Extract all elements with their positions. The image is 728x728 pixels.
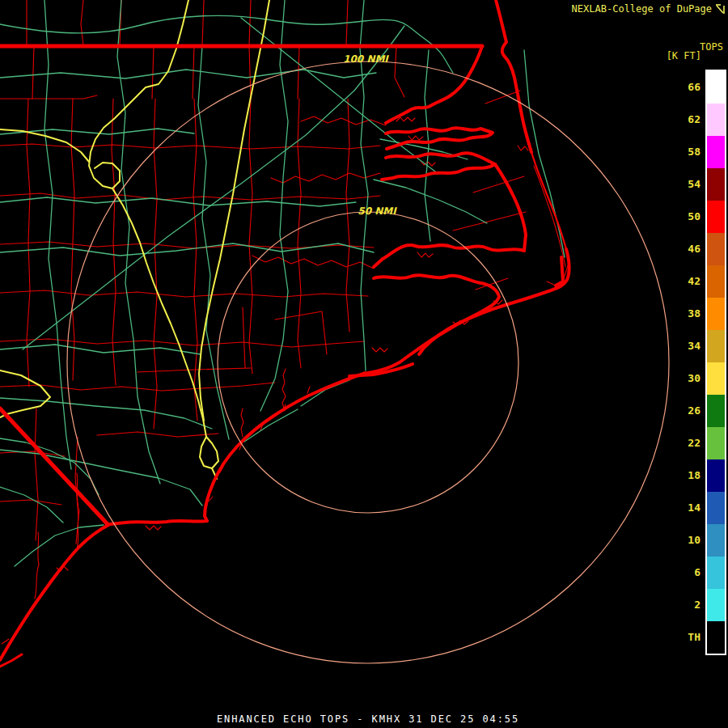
colorbar-label: 34 [662,330,700,362]
colorbar-label: 66 [662,71,700,104]
core-sound-shore [368,275,499,373]
southwest-coast [0,373,366,660]
pamlico-river-north-shore [386,153,495,164]
colorbar-segment [707,298,725,330]
colorbar-label: 18 [662,459,700,492]
interstate-road-lines [0,0,269,479]
colorbar-segment [707,233,725,265]
colorbar-segment [707,589,725,621]
colorbar-label: 50 [662,201,700,233]
colorbar-label: 2 [662,589,700,621]
colorbar-label: 42 [662,265,700,298]
range-ring-50nmi [218,212,518,513]
colorbar-segment [707,395,725,427]
product-caption: ENHANCED ECHO TOPS - KMHX 31 DEC 25 04:5… [217,713,519,725]
colorbar-label: 62 [662,104,700,136]
header-credit: NEXLAB-College of DuPage [572,3,726,15]
colorbar-segment [707,427,725,459]
colorbar-segment [707,136,725,168]
legend-title: TOPS [700,41,723,53]
colorbar-label: 26 [662,395,700,427]
range-rings [67,61,669,663]
colorbar-segment [707,621,725,654]
colorbar-segment [707,201,725,233]
radar-display: NEXLAB-College of DuPage TOPS [K FT] 66 … [0,0,728,728]
credit-text: NEXLAB-College of DuPage [572,3,712,15]
legend-units: [K FT] [667,50,701,61]
colorbar-segment [707,492,725,524]
base-map [0,0,728,728]
albemarle-shore [386,128,493,149]
colorbar [705,70,726,655]
colorbar-label: 22 [662,427,700,459]
colorbar-segment [707,362,725,395]
colorbar-label: 58 [662,136,700,168]
colorbar-label: 30 [662,362,700,395]
cod-logo-icon [715,3,726,15]
colorbar-segment [707,168,725,201]
river-and-marsh-lines [2,116,569,644]
cape-lookout [556,257,563,286]
colorbar-segment [707,459,725,492]
colorbar-segment [707,557,725,589]
colorbar-label: 6 [662,557,700,589]
colorbar-label: 14 [662,492,700,524]
state-border-nc-sc [0,408,108,524]
colorbar-segment [707,71,725,104]
colorbar-label: 38 [662,298,700,330]
pamlico-river-south-shore [382,164,495,180]
range-ring-label-50nmi: 50 NMI [340,205,414,217]
colorbar-segment [707,330,725,362]
colorbar-label: 54 [662,168,700,201]
colorbar-segment [707,265,725,298]
range-ring-label-100nmi: 100 NMI [328,53,403,65]
neuse-river-north-shore [374,245,524,267]
range-ring-100nmi [67,61,669,663]
colorbar-labels: 66 62 58 54 50 46 42 38 34 30 26 22 18 1… [662,71,700,654]
colorbar-segment [707,104,725,136]
outer-banks-mid [531,152,566,249]
colorbar-label: 10 [662,524,700,557]
colorbar-segment [707,524,725,557]
colorbar-label: TH [662,621,700,654]
colorbar-label: 46 [662,233,700,265]
